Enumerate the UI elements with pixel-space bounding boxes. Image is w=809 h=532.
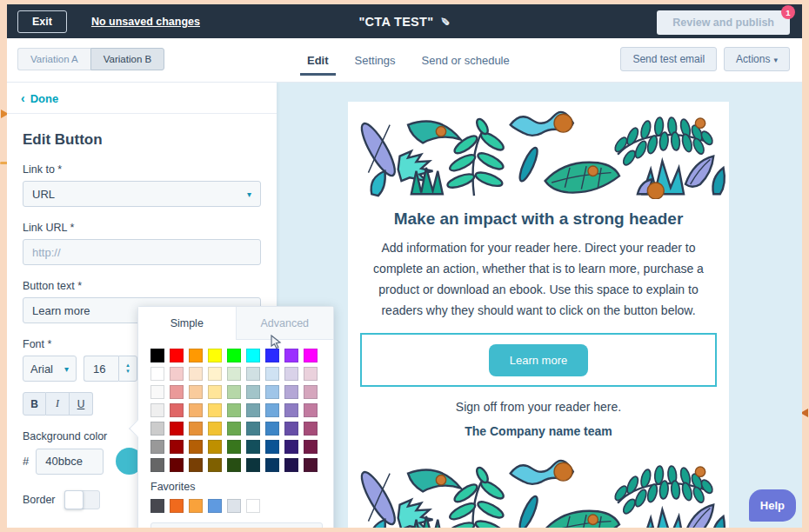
color-swatch[interactable] xyxy=(150,422,164,436)
color-swatch[interactable] xyxy=(150,458,164,472)
color-swatch[interactable] xyxy=(189,499,203,513)
tab-simple[interactable]: Simple xyxy=(138,307,236,340)
selected-button-module[interactable]: Learn more xyxy=(360,333,717,387)
font-family-select[interactable]: Arial ▾ xyxy=(23,356,77,382)
done-back-link[interactable]: ‹Done xyxy=(7,83,277,114)
color-swatch[interactable] xyxy=(227,440,241,454)
color-swatch[interactable] xyxy=(246,458,260,472)
color-swatch[interactable] xyxy=(265,422,279,436)
color-swatch[interactable] xyxy=(265,403,279,417)
color-swatch[interactable] xyxy=(208,499,222,513)
color-swatch[interactable] xyxy=(304,349,318,362)
color-swatch[interactable] xyxy=(150,349,164,362)
color-swatch[interactable] xyxy=(227,385,241,399)
tab-advanced[interactable]: Advanced xyxy=(236,307,334,340)
hex-color-input[interactable]: 40bbce xyxy=(36,449,104,475)
color-swatch[interactable] xyxy=(304,422,318,436)
tab-edit[interactable]: Edit xyxy=(307,38,329,82)
bold-button[interactable]: B xyxy=(23,392,46,416)
review-and-publish-button[interactable]: Review and publish xyxy=(657,10,790,35)
color-swatch[interactable] xyxy=(189,349,203,362)
unsaved-changes-link[interactable]: No unsaved changes xyxy=(91,16,200,28)
color-swatch[interactable] xyxy=(189,385,203,399)
link-url-input[interactable] xyxy=(23,239,261,265)
exit-button[interactable]: Exit xyxy=(17,10,67,33)
color-swatch[interactable] xyxy=(170,440,184,454)
send-test-email-button[interactable]: Send test email xyxy=(620,47,717,71)
color-swatch[interactable] xyxy=(150,385,164,399)
color-swatch[interactable] xyxy=(189,367,203,381)
color-swatch[interactable] xyxy=(150,403,164,417)
color-swatch[interactable] xyxy=(246,422,260,436)
color-swatch[interactable] xyxy=(304,403,318,417)
edit-pencil-icon[interactable]: ✎ xyxy=(439,17,452,26)
color-swatch[interactable] xyxy=(170,367,184,381)
color-swatch[interactable] xyxy=(227,499,241,513)
border-toggle[interactable] xyxy=(64,490,100,509)
color-swatch[interactable] xyxy=(265,458,279,472)
color-swatch[interactable] xyxy=(284,440,298,454)
color-swatch[interactable] xyxy=(246,349,260,362)
color-swatch[interactable] xyxy=(208,349,222,362)
color-swatch[interactable] xyxy=(246,440,260,454)
company-name-text[interactable]: The Company name team xyxy=(348,424,729,438)
color-swatch[interactable] xyxy=(189,403,203,417)
color-swatch[interactable] xyxy=(189,440,203,454)
actions-dropdown-button[interactable]: Actions▾ xyxy=(724,47,790,71)
color-swatch[interactable] xyxy=(246,403,260,417)
help-button[interactable]: Help xyxy=(749,489,796,522)
color-swatch[interactable] xyxy=(284,403,298,417)
color-swatch[interactable] xyxy=(208,440,222,454)
color-swatch[interactable] xyxy=(170,403,184,417)
variation-b-tab[interactable]: Variation B xyxy=(90,48,164,70)
color-swatch[interactable] xyxy=(189,458,203,472)
color-swatch[interactable] xyxy=(265,367,279,381)
color-swatch[interactable] xyxy=(227,367,241,381)
reset-to-default-button[interactable]: Reset to default xyxy=(150,522,323,528)
color-swatch[interactable] xyxy=(265,385,279,399)
color-swatch[interactable] xyxy=(227,422,241,436)
color-swatch[interactable] xyxy=(265,349,279,362)
color-swatch[interactable] xyxy=(304,458,318,472)
color-swatch[interactable] xyxy=(150,367,164,381)
email-heading[interactable]: Make an impact with a strong header xyxy=(348,209,729,229)
color-swatch[interactable] xyxy=(170,385,184,399)
variation-a-tab[interactable]: Variation A xyxy=(17,48,90,70)
color-swatch[interactable] xyxy=(227,458,241,472)
color-swatch[interactable] xyxy=(150,440,164,454)
color-swatch[interactable] xyxy=(246,367,260,381)
font-size-stepper[interactable]: ▲ ▼ xyxy=(118,356,137,382)
color-swatch[interactable] xyxy=(284,422,298,436)
email-body-text[interactable]: Add information for your reader here. Di… xyxy=(372,237,705,321)
color-swatch[interactable] xyxy=(227,403,241,417)
color-swatch[interactable] xyxy=(284,349,298,362)
color-swatch[interactable] xyxy=(304,440,318,454)
color-swatch[interactable] xyxy=(208,403,222,417)
signoff-text[interactable]: Sign off from your reader here. xyxy=(348,400,729,414)
color-swatch[interactable] xyxy=(208,385,222,399)
color-swatch[interactable] xyxy=(208,367,222,381)
color-swatch[interactable] xyxy=(170,499,184,513)
color-swatch[interactable] xyxy=(227,349,241,362)
color-swatch[interactable] xyxy=(304,385,318,399)
color-swatch[interactable] xyxy=(265,440,279,454)
color-swatch[interactable] xyxy=(284,458,298,472)
color-swatch[interactable] xyxy=(246,499,260,513)
color-swatch[interactable] xyxy=(170,458,184,472)
color-swatch[interactable] xyxy=(208,458,222,472)
underline-button[interactable]: U xyxy=(70,392,93,416)
color-swatch[interactable] xyxy=(170,422,184,436)
italic-button[interactable]: I xyxy=(46,392,70,416)
tab-settings[interactable]: Settings xyxy=(355,38,396,82)
color-swatch[interactable] xyxy=(150,499,164,513)
font-size-value[interactable]: 16 xyxy=(84,356,118,382)
tab-send-or-schedule[interactable]: Send or schedule xyxy=(422,38,510,82)
link-to-select[interactable]: URL ▾ xyxy=(23,181,261,207)
color-swatch[interactable] xyxy=(304,367,318,381)
color-swatch[interactable] xyxy=(284,385,298,399)
color-swatch[interactable] xyxy=(170,349,184,362)
color-swatch[interactable] xyxy=(189,422,203,436)
color-swatch[interactable] xyxy=(246,385,260,399)
color-swatch[interactable] xyxy=(284,367,298,381)
cta-button[interactable]: Learn more xyxy=(489,344,588,376)
